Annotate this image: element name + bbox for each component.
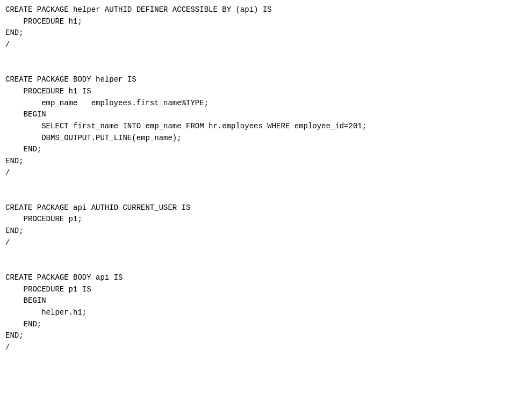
code-editor: CREATE PACKAGE helper AUTHID DEFINER ACC… <box>0 0 532 394</box>
code-content: CREATE PACKAGE helper AUTHID DEFINER ACC… <box>5 4 527 354</box>
